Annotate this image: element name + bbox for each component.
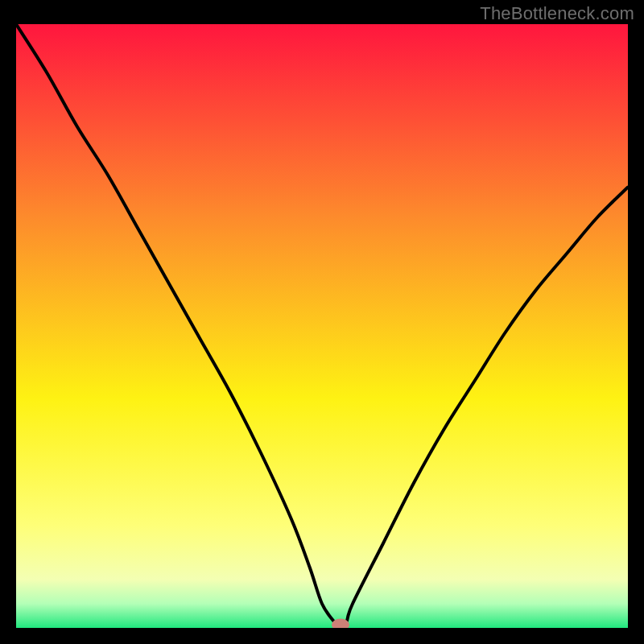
bottleneck-curve [16, 24, 628, 628]
chart-container: TheBottleneck.com [0, 0, 644, 644]
optimal-point-marker [332, 619, 349, 629]
plot-area [16, 24, 628, 628]
watermark-label: TheBottleneck.com [480, 3, 634, 24]
